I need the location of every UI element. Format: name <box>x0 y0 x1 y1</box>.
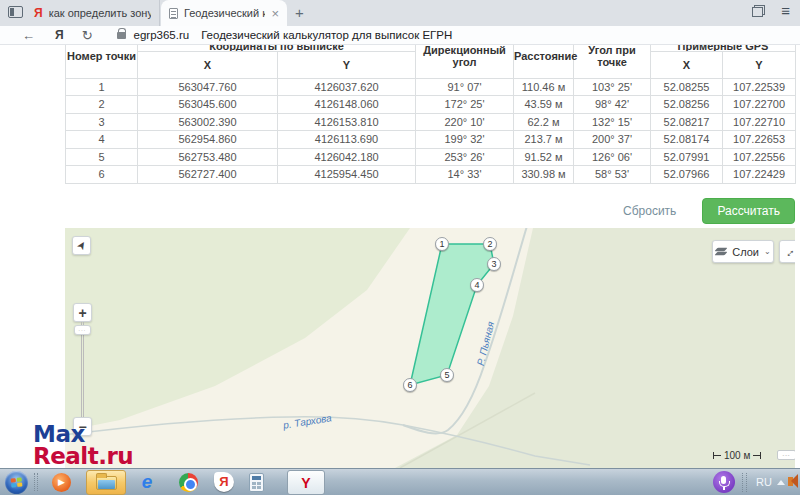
cell: 199° 32' <box>416 131 514 149</box>
cell: 562753.480 <box>138 148 278 166</box>
explorer-taskbar-button[interactable] <box>86 470 126 495</box>
cell: 563045.600 <box>138 96 278 114</box>
browser-tab-1[interactable]: Я как определить зону мск- <box>26 0 160 26</box>
language-indicator[interactable]: RU <box>756 476 772 488</box>
address-url[interactable]: egrp365.ru <box>134 29 190 41</box>
col-header-gps-x: X <box>651 51 723 78</box>
geolocate-button[interactable]: ➤ <box>72 236 91 255</box>
volume-icon[interactable] <box>788 477 793 486</box>
cell: 4125954.450 <box>278 166 416 184</box>
cell: 132° 15' <box>574 113 651 131</box>
cell: 2 <box>66 96 138 114</box>
scale-tick-right <box>754 452 761 459</box>
watermark-line1: Max <box>33 423 133 445</box>
vertex-marker-6[interactable]: 6 <box>403 378 417 392</box>
vertex-marker-5[interactable]: 5 <box>440 368 454 382</box>
scale-tick-left <box>713 452 720 459</box>
cell: 107.22556 <box>723 148 796 166</box>
coordinates-table: Номер точки Координаты по выписке Дирекц… <box>65 45 796 184</box>
tab-close-icon[interactable]: × <box>271 6 279 21</box>
cell: 52.07991 <box>651 148 723 166</box>
refresh-icon[interactable]: ↻ <box>82 29 93 42</box>
watermark: Max Realt.ru <box>33 423 133 467</box>
cell: 253° 26' <box>416 148 514 166</box>
map-scale-bar: 100 м <box>713 449 761 461</box>
cell: 110.46 м <box>514 78 574 96</box>
cell: 213.7 м <box>514 131 574 149</box>
col-header-distance: Расстояние <box>514 45 574 78</box>
cell: 107.22539 <box>723 78 796 96</box>
col-header-point: Номер точки <box>66 45 138 78</box>
ruler-icon[interactable]: --- <box>777 450 795 460</box>
browser-toolbar: ← Я ↻ egrp365.ru Геодезический калькулят… <box>0 26 800 45</box>
address-page-title: Геодезический калькулятор для выписок ЕГ… <box>201 29 452 41</box>
map-canvas[interactable]: Р. Пьяная р. Тархова 1 2 3 4 5 6 ➤ + ∙∙∙… <box>65 228 795 468</box>
calculate-button[interactable]: Рассчитать <box>702 198 795 224</box>
new-tab-button[interactable]: + <box>295 4 304 21</box>
panels-icon[interactable] <box>752 5 765 17</box>
vertex-marker-4[interactable]: 4 <box>470 278 484 292</box>
fullscreen-button[interactable]: ↔ <box>779 240 795 263</box>
cell: 107.22700 <box>723 96 796 114</box>
chevron-down-icon: ⌄ <box>764 247 771 256</box>
table-row: 4562954.8604126113.690199° 32'213.7 м200… <box>66 131 796 149</box>
back-icon[interactable]: ← <box>22 29 35 42</box>
cell: 1 <box>66 78 138 96</box>
map-base-layers <box>65 228 795 468</box>
taskbar-grip[interactable] <box>34 473 38 491</box>
vertex-marker-3[interactable]: 3 <box>487 257 501 271</box>
menu-icon[interactable]: ≡ <box>781 5 790 17</box>
yandex-browser-icon[interactable]: Я <box>214 472 234 492</box>
show-hidden-icons-icon[interactable] <box>777 480 785 485</box>
windows-taskbar: ▶ e Я Y RU <box>0 468 800 495</box>
cell: 98° 42' <box>574 96 651 114</box>
cell: 563047.760 <box>138 78 278 96</box>
zoom-in-button[interactable]: + <box>73 303 92 322</box>
cell: 52.08174 <box>651 131 723 149</box>
zoom-slider-track[interactable] <box>81 322 84 418</box>
cell: 52.08256 <box>651 96 723 114</box>
table-row: 5562753.4804126042.180253° 26'91.52 м126… <box>66 148 796 166</box>
internet-explorer-icon[interactable]: e <box>136 471 158 493</box>
yandex-button[interactable]: Я <box>55 28 64 42</box>
tray-grip[interactable] <box>742 473 747 492</box>
calculator-icon[interactable] <box>249 473 264 492</box>
microphone-icon <box>721 476 726 484</box>
cell: 4126148.060 <box>278 96 416 114</box>
cell: 220° 10' <box>416 113 514 131</box>
zoom-slider-handle[interactable]: ∙∙∙ <box>74 325 91 335</box>
watermark-line2: Realt.ru <box>33 445 133 467</box>
col-header-point-angle: Угол при точке <box>574 45 651 78</box>
cell: 562954.860 <box>138 131 278 149</box>
cell: 62.2 м <box>514 113 574 131</box>
active-app-taskbar-button[interactable]: Y <box>287 470 325 495</box>
sidebar-panel-icon[interactable] <box>8 6 23 18</box>
scale-label: 100 м <box>724 450 750 461</box>
cell: 4126153.810 <box>278 113 416 131</box>
cell: 4126037.620 <box>278 78 416 96</box>
media-player-icon[interactable]: ▶ <box>52 473 71 492</box>
vertex-marker-1[interactable]: 1 <box>435 237 449 251</box>
layers-button[interactable]: Слои ⌄ <box>712 240 774 263</box>
voice-assistant-button[interactable] <box>713 471 735 493</box>
cell: 103° 25' <box>574 78 651 96</box>
chrome-icon[interactable] <box>179 473 198 492</box>
table-row: 3563002.3904126153.810220° 10'62.2 м132°… <box>66 113 796 131</box>
table-row: 1563047.7604126037.62091° 07'110.46 м103… <box>66 78 796 96</box>
cell: 172° 25' <box>416 96 514 114</box>
cell: 91° 07' <box>416 78 514 96</box>
browser-tab-bar: Я как определить зону мск- Геодезический… <box>0 0 800 26</box>
cell: 563002.390 <box>138 113 278 131</box>
document-favicon <box>169 8 178 19</box>
cell: 107.22710 <box>723 113 796 131</box>
tab-1-label: как определить зону мск- <box>49 7 151 19</box>
cell: 4126113.690 <box>278 131 416 149</box>
browser-tab-2-active[interactable]: Геодезический калькул × <box>161 0 287 26</box>
vertex-marker-2[interactable]: 2 <box>483 237 497 251</box>
start-button[interactable] <box>5 471 28 494</box>
cell: 6 <box>66 166 138 184</box>
reset-button[interactable]: Сбросить <box>623 204 676 218</box>
table-row: 2563045.6004126148.060172° 25'43.59 м98°… <box>66 96 796 114</box>
cell: 107.22653 <box>723 131 796 149</box>
cell: 58° 53' <box>574 166 651 184</box>
